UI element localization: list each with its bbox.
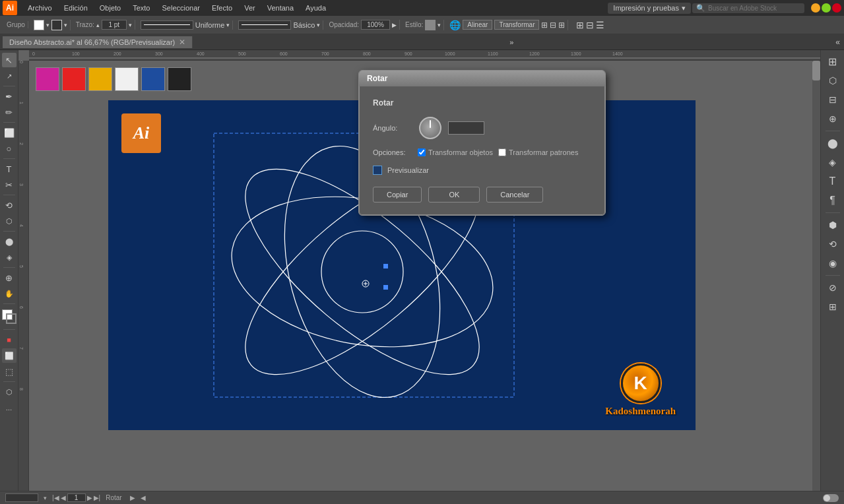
transform-objects-checkbox[interactable] bbox=[418, 148, 426, 156]
swatch-magenta[interactable] bbox=[36, 67, 59, 91]
symbols-panel-btn[interactable]: ◉ bbox=[824, 255, 841, 272]
stroke-color-swatch[interactable] bbox=[51, 20, 62, 30]
page-prev-btn[interactable]: ◀ bbox=[61, 494, 66, 501]
transform-options-btn[interactable]: ⊞ bbox=[541, 20, 548, 30]
stock-search-input[interactable] bbox=[708, 5, 800, 12]
menu-texto[interactable]: Texto bbox=[127, 3, 155, 13]
ok-button[interactable]: OK bbox=[428, 187, 480, 203]
menu-efecto[interactable]: Efecto bbox=[207, 3, 238, 13]
copy-button[interactable]: Copiar bbox=[373, 187, 422, 203]
style-preview[interactable] bbox=[425, 20, 436, 30]
stroke-input-dropdown[interactable]: ▾ bbox=[129, 22, 132, 28]
stroke-preview[interactable] bbox=[141, 20, 193, 30]
style-dropdown[interactable]: ▾ bbox=[438, 22, 441, 28]
more-btn[interactable]: ⊞ bbox=[558, 20, 565, 30]
pen-tool[interactable]: ✒ bbox=[2, 89, 16, 104]
swatch-blue[interactable] bbox=[141, 67, 165, 91]
scrollbar-thumb-v[interactable] bbox=[812, 61, 820, 80]
angle-input[interactable]: 90° bbox=[448, 121, 484, 135]
align-panel-btn[interactable]: ⊟ bbox=[824, 91, 841, 108]
panels-menu-icon[interactable]: ☰ bbox=[596, 20, 604, 30]
swatch-orange[interactable] bbox=[88, 67, 112, 91]
layers-panel-btn[interactable]: ⊞ bbox=[824, 298, 841, 315]
transform-button[interactable]: Transformar bbox=[494, 20, 539, 30]
tab-close-button[interactable]: ✕ bbox=[179, 38, 185, 47]
page-input[interactable] bbox=[67, 493, 86, 502]
tabbar-scroll-arrow[interactable]: » bbox=[509, 38, 519, 46]
background-color[interactable] bbox=[6, 313, 16, 324]
character-panel-btn[interactable]: T bbox=[824, 173, 841, 190]
scrollbar-vertical[interactable] bbox=[812, 61, 820, 491]
artboard-tool[interactable]: ⬡ bbox=[2, 385, 16, 399]
menu-ventana[interactable]: Ventana bbox=[262, 3, 299, 13]
menu-archivo[interactable]: Archivo bbox=[22, 3, 57, 13]
transform-patterns-checkbox[interactable] bbox=[498, 148, 506, 156]
swatch-white[interactable] bbox=[115, 67, 139, 91]
preview-checkbox[interactable] bbox=[373, 166, 382, 175]
blend-tool[interactable]: ◈ bbox=[2, 250, 16, 265]
transform-patterns-checkbox-label[interactable]: Transformar patrones bbox=[498, 148, 578, 156]
stroke-preset-preview[interactable] bbox=[238, 20, 291, 30]
page-next-btn[interactable]: ▶ bbox=[87, 494, 92, 501]
window-minimize[interactable] bbox=[811, 3, 820, 13]
window-maximize[interactable] bbox=[822, 3, 831, 13]
more-tools-btn[interactable]: … bbox=[2, 400, 16, 415]
gradient-btn[interactable]: ⬚ bbox=[2, 364, 16, 379]
page-last-btn[interactable]: ▶| bbox=[94, 494, 101, 501]
rotate-tool[interactable]: ⟲ bbox=[2, 198, 16, 212]
scissors-tool[interactable]: ✂ bbox=[2, 177, 16, 192]
scale-tool[interactable]: ⬡ bbox=[2, 214, 16, 228]
paragraph-panel-btn[interactable]: ¶ bbox=[824, 192, 841, 209]
fill-none-btn[interactable]: ■ bbox=[2, 332, 16, 347]
rectangle-tool[interactable]: ⬜ bbox=[2, 125, 16, 140]
tab-panel-collapse[interactable]: « bbox=[835, 38, 840, 47]
cancel-button[interactable]: Cancelar bbox=[486, 187, 543, 203]
zoom-dropdown[interactable]: ▾ bbox=[44, 495, 47, 501]
dialog-titlebar[interactable]: Rotar bbox=[359, 71, 605, 86]
gradient-tool[interactable]: ⬤ bbox=[2, 234, 16, 249]
swatches-panel-btn[interactable]: ⬢ bbox=[824, 216, 841, 234]
workspace-selector[interactable]: Impresión y pruebas ▾ bbox=[608, 3, 691, 14]
menu-seleccionar[interactable]: Seleccionar bbox=[156, 3, 205, 13]
pathfinder-panel-btn[interactable]: ⊕ bbox=[824, 110, 841, 127]
zoom-tool[interactable]: ⊕ bbox=[2, 270, 16, 285]
stroke-dropdown-icon[interactable]: ▾ bbox=[64, 22, 67, 28]
stroke-none-btn[interactable]: ⬜ bbox=[2, 348, 16, 363]
zoom-input[interactable]: 66,67% bbox=[5, 493, 38, 502]
menu-ver[interactable]: Ver bbox=[239, 3, 261, 13]
gpu-preview-toggle[interactable] bbox=[823, 494, 839, 502]
active-tab[interactable]: Diseño Abstracto.ai* al 66,67% (RGB/Prev… bbox=[3, 36, 193, 48]
fill-color-swatch[interactable] bbox=[34, 20, 44, 30]
stroke-type-dropdown[interactable]: ▾ bbox=[226, 22, 230, 28]
stroke-up-icon[interactable]: ▴ bbox=[96, 22, 100, 28]
opacity-arrow[interactable]: ▶ bbox=[392, 22, 397, 28]
brush-panel-btn[interactable]: ⟲ bbox=[824, 236, 841, 253]
window-close[interactable] bbox=[832, 3, 841, 13]
menu-objeto[interactable]: Objeto bbox=[94, 3, 126, 13]
page-first-btn[interactable]: |◀ bbox=[52, 494, 59, 501]
text-tool[interactable]: T bbox=[2, 162, 16, 176]
swatch-red[interactable] bbox=[62, 67, 86, 91]
cc-libraries-btn[interactable]: ◈ bbox=[824, 154, 841, 171]
status-collapse-btn[interactable]: ◀ bbox=[141, 494, 146, 501]
swatch-black[interactable] bbox=[168, 67, 191, 91]
panels2-icon[interactable]: ⊟ bbox=[586, 20, 594, 30]
artboards-panel-btn[interactable]: ⊘ bbox=[824, 279, 841, 296]
menu-edicion[interactable]: Edición bbox=[59, 3, 93, 13]
arrange-panel-btn[interactable]: ⊞ bbox=[824, 53, 841, 70]
stroke-preset-dropdown[interactable]: ▾ bbox=[317, 22, 320, 28]
transform-panel-btn[interactable]: ⬡ bbox=[824, 72, 841, 89]
stroke-input[interactable] bbox=[102, 20, 127, 30]
transform-objects-checkbox-label[interactable]: Transformar objetos bbox=[418, 148, 493, 156]
align-options-btn[interactable]: ⊟ bbox=[550, 20, 556, 30]
angle-dial[interactable] bbox=[419, 117, 441, 139]
status-expand-btn[interactable]: ▶ bbox=[130, 494, 135, 501]
panels-icon[interactable]: ⊞ bbox=[576, 20, 584, 30]
direct-select-tool[interactable]: ↗ bbox=[2, 69, 16, 83]
select-tool[interactable]: ↖ bbox=[2, 53, 16, 67]
ellipse-tool[interactable]: ○ bbox=[2, 141, 16, 156]
align-button[interactable]: Alinear bbox=[463, 20, 492, 30]
hand-tool[interactable]: ✋ bbox=[2, 286, 16, 301]
links-panel-btn[interactable]: ⬤ bbox=[824, 135, 841, 152]
opacity-input[interactable] bbox=[361, 20, 390, 30]
